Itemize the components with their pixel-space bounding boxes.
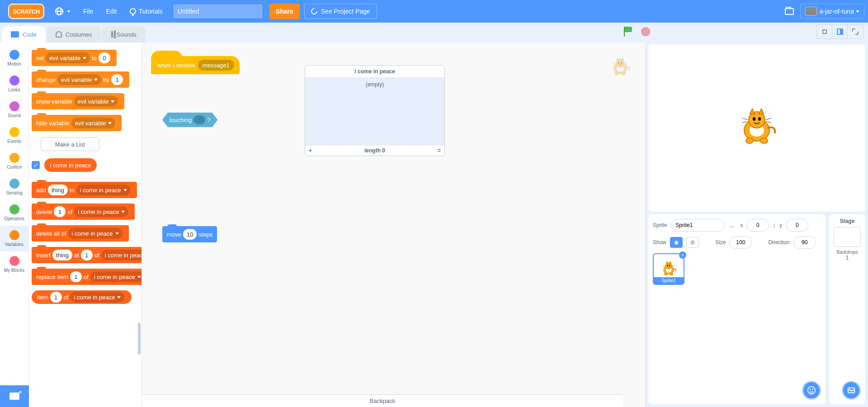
block-touching[interactable]: touching ? <box>162 113 217 127</box>
index-input[interactable]: 1 <box>81 250 93 260</box>
block-text: item <box>37 294 48 301</box>
value-input[interactable]: thing <box>48 185 68 195</box>
block-move-steps[interactable]: move 10 steps <box>162 226 217 242</box>
add-backdrop-button[interactable] <box>842 381 861 400</box>
block-text: when I receive <box>157 62 195 69</box>
variable-dropdown[interactable]: evil variable <box>71 118 116 128</box>
add-sprite-button[interactable] <box>802 381 821 400</box>
block-delete-of-list[interactable]: delete 1 of i come in peace <box>32 204 135 220</box>
y-label: y <box>779 222 782 228</box>
block-palette[interactable]: set evil variable to 0 change evil varia… <box>29 43 142 407</box>
tutorials-button[interactable]: Tutorials <box>123 0 169 23</box>
tab-sounds[interactable]: Sounds <box>102 26 146 43</box>
block-show-variable[interactable]: show variable evil variable <box>32 93 124 109</box>
list-dropdown[interactable]: i come in peace <box>101 250 142 260</box>
sprite-y-input[interactable] <box>786 219 808 232</box>
index-input[interactable]: 1 <box>50 292 62 303</box>
category-variables[interactable]: Variables <box>0 226 29 251</box>
index-input[interactable]: 1 <box>70 271 82 282</box>
make-list-button[interactable]: Make a List <box>41 137 99 151</box>
show-sprite-button[interactable]: ◉ <box>670 237 683 248</box>
block-text: hide variable <box>36 120 70 127</box>
block-delete-all-list[interactable]: delete all of i come in peace <box>32 225 129 241</box>
block-text: delete <box>36 208 52 215</box>
sprite-size-input[interactable] <box>729 236 752 249</box>
sprite-label: Sprite <box>653 222 667 228</box>
category-looks[interactable]: Looks <box>0 71 29 97</box>
value-input[interactable]: 1 <box>54 206 66 217</box>
touching-dropdown[interactable] <box>193 115 205 124</box>
block-insert-list[interactable]: insert thing at 1 of i come in peace <box>32 247 142 263</box>
block-replace-list[interactable]: replace item 1 of i come in peace wit <box>32 269 142 285</box>
tab-code[interactable]: Code <box>2 26 46 43</box>
script-stack[interactable]: when I receive message1 <box>151 56 240 74</box>
loose-block[interactable]: move 10 steps <box>162 223 217 245</box>
see-project-page-button[interactable]: See Project Page <box>304 4 377 19</box>
project-title-input[interactable] <box>173 4 263 19</box>
category-control[interactable]: Control <box>0 148 29 174</box>
list-dropdown[interactable]: i come in peace <box>70 292 124 303</box>
block-when-i-receive[interactable]: when I receive message1 <box>151 56 240 74</box>
list-empty-label: (empty) <box>366 81 384 88</box>
variable-dropdown[interactable]: evil variable <box>46 52 90 63</box>
sprite-x-input[interactable] <box>746 219 769 232</box>
green-flag-button[interactable] <box>624 27 633 37</box>
scripts-workspace[interactable]: when I receive message1 touching ? move … <box>142 43 646 407</box>
list-dropdown[interactable]: i come in peace <box>76 185 131 195</box>
list-resize-handle[interactable]: = <box>438 147 441 154</box>
sprite-name-input[interactable] <box>670 219 725 232</box>
variable-dropdown[interactable]: evil variable <box>57 74 102 85</box>
list-reporter[interactable]: i come in peace <box>44 158 96 172</box>
tab-costumes[interactable]: Costumes <box>47 26 101 43</box>
category-label: Motion <box>7 62 21 66</box>
list-monitor[interactable]: i come in peace (empty) + length 0 = <box>305 65 445 156</box>
list-reporter-row: ✓ i come in peace <box>32 156 139 175</box>
x-label: x <box>740 222 743 228</box>
list-add-button[interactable]: + <box>309 147 312 154</box>
loose-block[interactable]: touching ? <box>162 113 217 127</box>
block-item-of-list[interactable]: item 1 of i come in peace <box>32 290 132 304</box>
stop-button[interactable] <box>641 27 650 36</box>
hide-sprite-button[interactable]: ⊘ <box>686 237 699 248</box>
backpack-header[interactable]: Backpack <box>142 394 623 407</box>
size-label: Size <box>715 239 726 246</box>
list-dropdown[interactable]: i come in peace <box>74 206 128 217</box>
value-input[interactable]: 0 <box>99 52 110 63</box>
value-input[interactable]: 10 <box>183 229 197 240</box>
list-dropdown[interactable]: i come in peace <box>90 271 142 282</box>
variable-dropdown[interactable]: evil variable <box>74 96 118 107</box>
stage-canvas[interactable] <box>648 44 865 212</box>
block-set-variable[interactable]: set evil variable to 0 <box>32 50 117 66</box>
sprite-on-stage[interactable] <box>734 105 779 151</box>
category-myblocks[interactable]: My Blocks <box>0 251 29 277</box>
stage-small-button[interactable] <box>817 25 832 38</box>
account-menu[interactable]: a-jar-of-tuna <box>800 4 864 19</box>
delete-sprite-button[interactable]: × <box>679 251 686 259</box>
edit-menu[interactable]: Edit <box>100 0 123 23</box>
block-add-to-list[interactable]: add thing to i come in peace <box>32 182 137 198</box>
tutorials-label: Tutorials <box>139 8 163 15</box>
scratch-logo[interactable]: SCRATCH <box>8 4 44 19</box>
category-operators[interactable]: Operators <box>0 200 29 226</box>
message-dropdown[interactable]: message1 <box>198 60 234 71</box>
value-input[interactable]: 1 <box>111 74 123 85</box>
language-menu[interactable] <box>49 0 77 23</box>
sprite-thumbnail[interactable]: × Sprite1 <box>653 253 684 285</box>
value-input[interactable]: thing <box>52 250 72 260</box>
category-motion[interactable]: Motion <box>0 45 29 71</box>
share-button[interactable]: Share <box>269 4 300 19</box>
list-visibility-checkbox[interactable]: ✓ <box>32 161 40 169</box>
category-sensing[interactable]: Sensing <box>0 174 29 200</box>
file-menu[interactable]: File <box>77 0 100 23</box>
block-change-variable[interactable]: change evil variable by 1 <box>32 71 129 88</box>
category-events[interactable]: Events <box>0 123 29 148</box>
stage-thumbnail[interactable] <box>834 227 861 247</box>
sprite-direction-input[interactable] <box>793 236 816 249</box>
stage-full-button[interactable] <box>848 25 863 38</box>
add-extension-button[interactable] <box>0 385 29 407</box>
category-sound[interactable]: Sound <box>0 97 29 123</box>
my-stuff-icon[interactable] <box>785 8 794 15</box>
block-hide-variable[interactable]: hide variable evil variable <box>32 115 122 131</box>
list-dropdown[interactable]: i come in peace <box>68 228 123 239</box>
stage-large-button[interactable] <box>832 25 848 38</box>
